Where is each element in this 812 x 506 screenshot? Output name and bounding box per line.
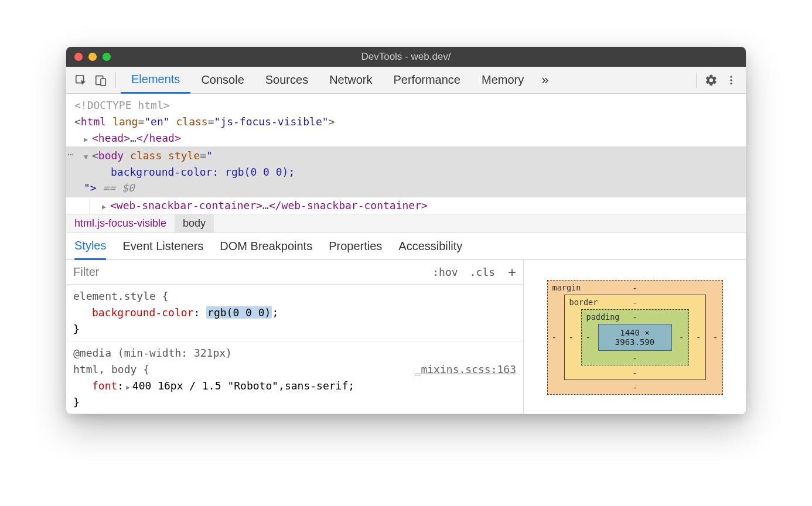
main-tabstrip: Elements Console Sources Network Perform… [66,67,746,94]
subtab-properties[interactable]: Properties [329,233,382,260]
bm-margin-label: margin [552,283,581,292]
rule-media-html-body[interactable]: @media (min-width: 321px) html, body {_m… [66,341,523,415]
cls-toggle[interactable]: .cls [464,266,501,278]
svg-point-4 [730,79,732,81]
dom-head[interactable]: ▶<head>…</head> [66,130,746,146]
styles-rules: :hov .cls + element.style { background-c… [66,260,523,414]
box-model-pane: margin - - - - border - - - - padding - [523,260,746,414]
window-titlebar: DevTools - web.dev/ [66,47,746,67]
bm-content-size: 1440 × 3963.590 [598,324,672,351]
dom-doctype[interactable]: <!DOCTYPE html> [66,97,746,114]
source-link[interactable]: _mixins.scss:163 [415,361,516,378]
subtab-styles[interactable]: Styles [74,233,106,260]
svg-point-5 [730,83,732,84]
devtools-window: DevTools - web.dev/ Elements Console Sou… [66,47,746,414]
breadcrumb: html.js-focus-visible body [66,214,746,233]
tab-performance[interactable]: Performance [383,67,472,94]
dom-html-open[interactable]: <html lang="en" class="js-focus-visible"… [66,114,746,130]
rule-element-style[interactable]: element.style { background-color: rgb(0 … [66,285,523,341]
subtab-event-listeners[interactable]: Event Listeners [122,233,203,260]
traffic-lights [74,53,111,61]
settings-icon[interactable] [701,70,721,90]
subtab-dom-breakpoints[interactable]: DOM Breakpoints [220,233,312,260]
box-model-diagram[interactable]: margin - - - - border - - - - padding - [547,280,723,395]
close-window-button[interactable] [74,53,83,61]
tab-separator [115,73,116,88]
window-title: DevTools - web.dev/ [66,51,746,63]
styles-filter-input[interactable] [66,265,427,279]
inspect-element-icon[interactable] [71,70,91,90]
subtab-accessibility[interactable]: Accessibility [398,233,462,260]
tab-network[interactable]: Network [319,67,383,94]
svg-point-3 [730,76,732,77]
dom-tree[interactable]: <!DOCTYPE html> <html lang="en" class="j… [66,94,746,214]
tab-elements[interactable]: Elements [121,67,190,94]
new-style-rule-icon[interactable]: + [501,264,523,281]
kebab-menu-icon[interactable] [721,70,741,90]
bm-border-label: border [569,298,598,307]
tab-sources[interactable]: Sources [255,67,319,94]
filter-bar: :hov .cls + [66,260,523,285]
crumb-html[interactable]: html.js-focus-visible [66,214,175,233]
hov-toggle[interactable]: :hov [427,266,463,278]
styles-tabstrip: Styles Event Listeners DOM Breakpoints P… [66,233,746,260]
zoom-window-button[interactable] [103,53,111,61]
device-toolbar-icon[interactable] [91,70,111,90]
svg-rect-2 [101,78,105,86]
styles-pane: :hov .cls + element.style { background-c… [66,260,746,414]
tab-separator [696,73,697,88]
dom-body-selected[interactable]: ⋯ ▼<body class style=" background-color:… [66,146,746,198]
ellipsis-icon[interactable]: ⋯ [67,148,73,162]
bm-padding-label: padding [586,312,620,322]
crumb-body[interactable]: body [175,214,214,233]
tab-memory[interactable]: Memory [471,67,534,94]
minimize-window-button[interactable] [88,53,97,61]
more-tabs-icon[interactable]: » [534,73,555,88]
dom-snackbar[interactable]: ▶<web-snackbar-container>…</web-snackbar… [90,197,746,214]
tab-console[interactable]: Console [190,67,254,94]
